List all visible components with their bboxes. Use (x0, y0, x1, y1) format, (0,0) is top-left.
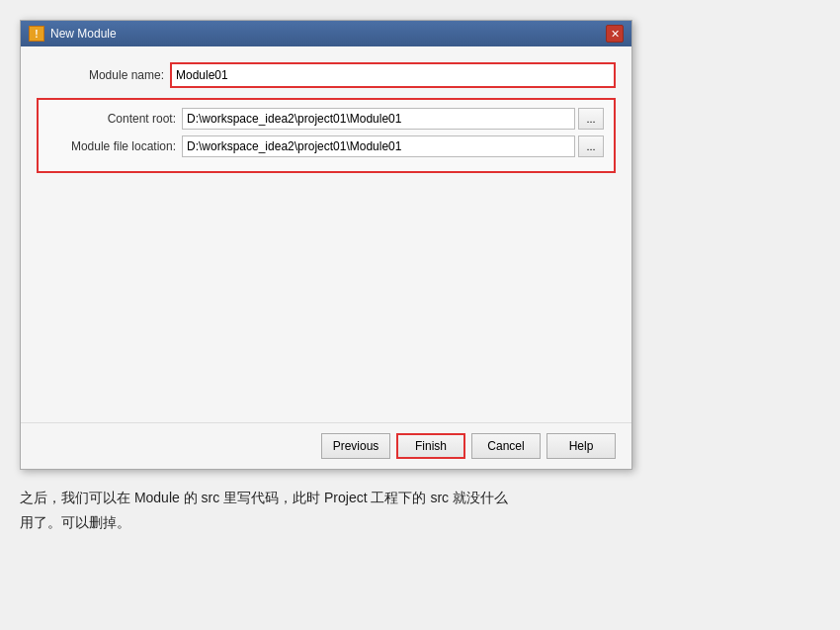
body-text: 之后，我们可以在 Module 的 src 里写代码，此时 Project 工程… (20, 486, 820, 535)
module-file-location-row: Module file location: ... (48, 135, 604, 157)
title-bar: ! New Module ✕ (21, 21, 631, 46)
paths-section: Content root: ... Module file location: … (37, 98, 616, 173)
dialog-title: New Module (50, 27, 117, 41)
dialog-icon: ! (29, 26, 44, 42)
content-root-label: Content root: (48, 112, 182, 126)
body-paragraph-1: 之后，我们可以在 Module 的 src 里写代码，此时 Project 工程… (20, 486, 820, 510)
body-paragraph-2: 用了。可以删掉。 (20, 510, 820, 535)
previous-button[interactable]: Previous (321, 433, 390, 459)
new-module-dialog: ! New Module ✕ Module name: Content root… (20, 20, 632, 470)
module-file-location-browse-button[interactable]: ... (578, 135, 604, 157)
module-name-input-wrapper (170, 62, 616, 88)
module-file-location-label: Module file location: (48, 139, 182, 153)
module-name-label: Module name: (37, 68, 170, 82)
module-file-location-input[interactable] (182, 135, 575, 157)
module-name-input[interactable] (172, 64, 614, 86)
finish-button[interactable]: Finish (396, 433, 465, 459)
cancel-button[interactable]: Cancel (471, 433, 541, 459)
title-bar-left: ! New Module (29, 26, 117, 42)
content-root-browse-button[interactable]: ... (578, 108, 604, 130)
content-root-row: Content root: ... (48, 108, 604, 130)
dialog-body: Module name: Content root: ... Module fi… (21, 46, 631, 422)
dialog-spacer (37, 179, 616, 377)
help-button[interactable]: Help (546, 433, 616, 459)
module-name-row: Module name: (37, 62, 616, 88)
dialog-footer: Previous Finish Cancel Help (21, 422, 631, 469)
close-button[interactable]: ✕ (606, 25, 624, 43)
content-root-input[interactable] (182, 108, 575, 130)
